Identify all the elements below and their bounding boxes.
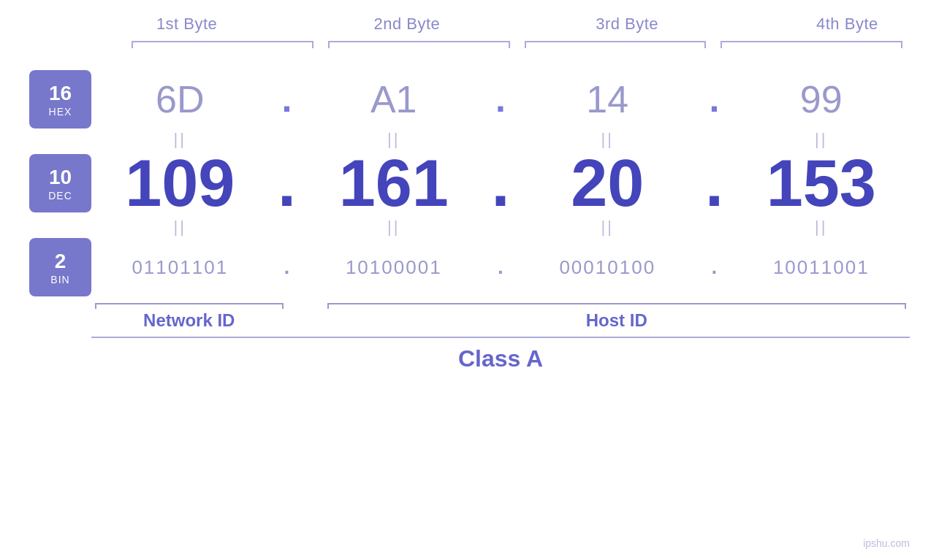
- bracket-left-4: [721, 41, 722, 48]
- hex-base-label: HEX: [49, 106, 72, 118]
- bin-val-3: 00010100: [519, 256, 696, 279]
- bin-val-2: 10100001: [305, 256, 483, 279]
- class-section: Class A: [91, 337, 910, 380]
- dec-val-2: 161: [305, 150, 483, 216]
- bracket-line-3: [525, 41, 707, 42]
- byte-headers-row: 1st Byte 2nd Byte 3rd Byte 4th Byte: [77, 15, 939, 34]
- bracket-right-4: [901, 41, 902, 48]
- hex-dot-2: .: [482, 81, 519, 118]
- bin-badge: 2 BIN: [29, 238, 91, 296]
- main-container: 1st Byte 2nd Byte 3rd Byte 4th Byte: [0, 0, 939, 560]
- hex-val-1: 6D: [91, 77, 269, 121]
- dec-values: 109 . 161 . 20 . 153: [91, 150, 910, 216]
- bin-row: 2 BIN 01101101 . 10100001 . 00010100 . 1…: [29, 238, 910, 296]
- network-id-underline: [95, 303, 284, 304]
- bin-base-label: BIN: [50, 274, 69, 285]
- hex-row: 16 HEX 6D . A1 . 14 . 99: [29, 70, 910, 129]
- hex-val-4: 99: [733, 77, 911, 121]
- network-id-label: Network ID: [91, 304, 287, 337]
- bracket-byte4: [713, 41, 910, 55]
- hex-val-3: 14: [519, 77, 696, 121]
- eq2-4: ||: [733, 218, 911, 237]
- bin-dot-1: .: [269, 257, 305, 277]
- bracket-byte2: [321, 41, 517, 55]
- host-id-label: Host ID: [324, 304, 911, 337]
- hex-values: 6D . A1 . 14 . 99: [91, 77, 910, 121]
- hex-base-number: 16: [49, 81, 72, 106]
- eq2-2: ||: [305, 218, 483, 237]
- bracket-left-3: [525, 41, 526, 48]
- hex-dot-1: .: [269, 81, 305, 118]
- eq2-3: ||: [519, 218, 696, 237]
- class-a-label: Class A: [91, 338, 910, 380]
- bracket-byte1: [124, 41, 321, 55]
- bracket-right-1: [312, 41, 313, 48]
- dec-val-4: 153: [733, 150, 911, 216]
- bin-values: 01101101 . 10100001 . 00010100 . 1001100…: [91, 256, 910, 279]
- bracket-byte3: [517, 41, 714, 55]
- host-id-bracket-wrap: Host ID: [324, 303, 911, 337]
- bin-dot-3: .: [696, 257, 733, 277]
- dec-dot-3: .: [696, 150, 733, 216]
- bracket-line-2: [328, 41, 510, 42]
- dec-row: 10 DEC 109 . 161 . 20 . 153: [29, 150, 910, 216]
- byte1-header: 1st Byte: [77, 15, 297, 34]
- bin-base-number: 2: [55, 249, 66, 274]
- dec-dot-1: .: [269, 150, 305, 216]
- bracket-right-2: [509, 41, 510, 48]
- network-id-bracket-wrap: Network ID: [91, 303, 287, 337]
- id-brackets-row: Network ID Host ID: [91, 303, 910, 337]
- dec-badge: 10 DEC: [29, 154, 91, 212]
- bracket-left-1: [132, 41, 133, 48]
- byte2-header: 2nd Byte: [297, 15, 517, 34]
- dec-val-3: 20: [519, 150, 696, 216]
- eq2-1: ||: [91, 218, 269, 237]
- bracket-line-1: [132, 41, 313, 42]
- watermark: ipshu.com: [863, 537, 910, 549]
- dec-dot-2: .: [482, 150, 519, 216]
- bin-val-4: 10011001: [733, 256, 911, 279]
- bracket-left-2: [328, 41, 330, 48]
- host-id-underline: [327, 303, 907, 304]
- bracket-line-4: [721, 41, 902, 42]
- hex-badge: 16 HEX: [29, 70, 91, 129]
- bin-dot-2: .: [482, 257, 519, 277]
- dec-base-number: 10: [49, 165, 72, 190]
- dec-val-1: 109: [91, 150, 269, 216]
- bin-val-1: 01101101: [91, 256, 269, 279]
- dec-base-label: DEC: [48, 190, 72, 202]
- bracket-right-3: [704, 41, 706, 48]
- byte3-header: 3rd Byte: [517, 15, 737, 34]
- byte4-header: 4th Byte: [737, 15, 939, 34]
- hex-val-2: A1: [305, 77, 483, 121]
- hex-dot-3: .: [696, 81, 733, 118]
- id-section: Network ID Host ID: [91, 300, 910, 337]
- equals-row-2: || || || ||: [91, 216, 910, 238]
- top-brackets-row: [124, 41, 910, 55]
